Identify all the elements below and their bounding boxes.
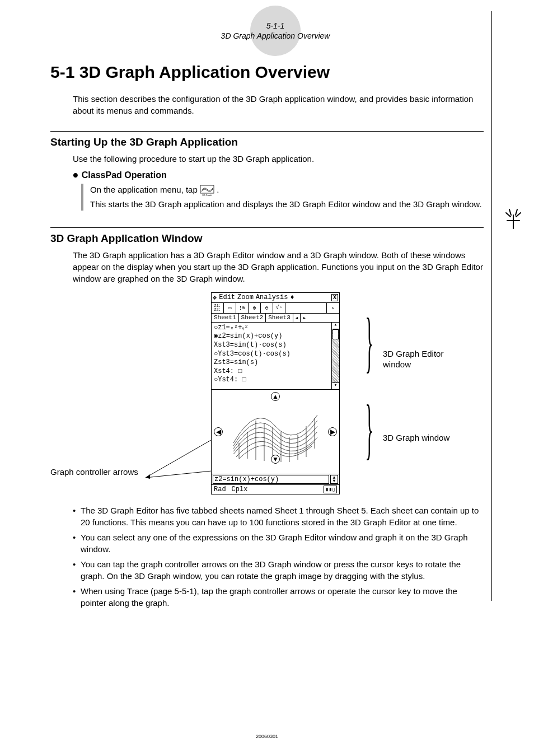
procedure-step2: This starts the 3D Graph application and… (90, 198, 484, 211)
svg-line-8 (516, 209, 517, 215)
controller-arrows-label: Graph controller arrows (50, 466, 138, 478)
close-icon[interactable]: X (331, 294, 338, 301)
brace-editor: } (366, 304, 373, 381)
tab-scroll-right-icon[interactable]: ▸ (301, 314, 308, 322)
section-marker-icon (504, 207, 523, 232)
editor-scrollbar[interactable]: ▴ ▾ (331, 323, 339, 389)
formula-stepper[interactable]: ▲▼ (330, 475, 338, 484)
toolbar-window-icon[interactable]: ▭ (224, 303, 236, 313)
toolbar-graph-icon[interactable]: ⫶≋ (236, 303, 249, 313)
battery-icon: ▮▮▯ (324, 486, 337, 493)
menu-analysis[interactable]: Analysis (256, 293, 288, 301)
status-cplx: Cplx (232, 486, 248, 493)
section2-lead: The 3D Graph application has a 3D Graph … (73, 249, 484, 284)
page-header: 5-1-1 3D Graph Application Overview (50, 11, 500, 40)
section2-heading: 3D Graph Application Window (50, 232, 500, 245)
menu-zoom[interactable]: Zoom (237, 293, 254, 301)
menu-edit[interactable]: Edit (219, 293, 235, 301)
scroll-up-icon[interactable]: ▴ (332, 323, 339, 329)
svg-marker-4 (146, 474, 150, 479)
svg-line-10 (516, 213, 521, 217)
section1-lead: Use the following procedure to start up … (73, 153, 484, 165)
graph-controller-right-icon[interactable]: ▶ (328, 427, 337, 436)
scroll-down-icon[interactable]: ▾ (332, 382, 339, 389)
graph-controller-left-icon[interactable]: ◀ (214, 427, 223, 436)
tab-sheet3[interactable]: Sheet3 (266, 314, 293, 322)
tab-scroll-left-icon[interactable]: ◂ (293, 314, 301, 322)
editor-line: Xst4: □ (214, 367, 338, 376)
scroll-thumb[interactable] (332, 329, 339, 339)
notes-list: The 3D Graph Editor has five tabbed shee… (73, 505, 484, 609)
header-page-number: 5-1-1 (50, 11, 500, 30)
classpad-operation-heading: ClassPad Operation (73, 170, 500, 180)
figure-area: Graph controller arrows ❖ Edit Zoom Anal… (50, 292, 500, 494)
procedure-step1: On the application menu, tap 3D Graph . (90, 184, 484, 196)
note-item: When using Trace (page 5-5-1), tap the g… (73, 585, 484, 609)
editor-line: ◉z2=sin(x)+cos(y) (214, 332, 338, 341)
section-divider (50, 131, 484, 132)
toolbar-zoomin-icon[interactable]: ⊕ (249, 303, 261, 313)
page-title: 5-1 3D Graph Application Overview (50, 63, 500, 82)
editor-line: Xst3=sin(t)·cos(s) (214, 341, 338, 350)
header-subtitle: 3D Graph Application Overview (50, 31, 500, 40)
toolbar-zoomout-icon[interactable]: ⊖ (261, 303, 273, 313)
graph-window[interactable]: ▲ ▼ ◀ ▶ (212, 390, 339, 474)
status-rad: Rad (214, 486, 226, 493)
formula-bar: z2=sin(x)+cos(y) ▲▼ (212, 474, 339, 485)
sheet-tabs: Sheet1 Sheet2 Sheet3 ◂ ▸ (212, 314, 339, 323)
note-item: You can select any one of the expression… (73, 531, 484, 555)
section1-heading: Starting Up the 3D Graph Application (50, 136, 500, 148)
editor-line: ○Yst4: □ (214, 376, 338, 385)
status-bar: Rad Cplx ▮▮▯ (212, 485, 339, 494)
editor-window-label: 3D Graph Editor window (383, 348, 467, 370)
graph-controller-down-icon[interactable]: ▼ (271, 455, 280, 464)
3d-graph-app-icon: 3D Graph (200, 185, 214, 196)
svg-line-7 (509, 209, 511, 215)
graph-editor-window[interactable]: ○z1=ₓ²+ᵧ² ◉z2=sin(x)+cos(y) Xst3=sin(t)·… (212, 323, 339, 390)
toolbar-more-icon[interactable]: ▹ (327, 303, 339, 313)
editor-line: Zst3=sin(s) (214, 358, 338, 367)
tab-sheet2[interactable]: Sheet2 (239, 314, 266, 322)
svg-text:3D Graph: 3D Graph (202, 194, 212, 197)
graph-window-label: 3D Graph window (383, 432, 467, 444)
note-item: You can tap the graph controller arrows … (73, 558, 484, 582)
footer-date: 20060301 (0, 734, 534, 739)
procedure-block: On the application menu, tap 3D Graph . … (81, 184, 484, 211)
editor-line: ○Yst3=cos(t)·cos(s) (214, 350, 338, 359)
svg-line-9 (506, 213, 510, 217)
toolbar-spacer (285, 303, 327, 313)
brace-graph: } (366, 390, 373, 468)
note-item: The 3D Graph Editor has five tabbed shee… (73, 505, 484, 528)
tab-sheet1[interactable]: Sheet1 (212, 314, 239, 322)
formula-display: z2=sin(x)+cos(y) (213, 475, 329, 484)
classpad-screenshot: ❖ Edit Zoom Analysis ♦ X Z1:Z2: ▭ ⫶≋ ⊕ ⊖… (211, 292, 340, 494)
menubar: ❖ Edit Zoom Analysis ♦ X (212, 293, 339, 303)
step1-text-post: . (217, 185, 219, 194)
toolbar-sqrt-icon[interactable]: √▫ (273, 303, 285, 313)
menu-diamond[interactable]: ♦ (290, 293, 294, 301)
editor-line: ○z1=ₓ²+ᵧ² (214, 324, 338, 333)
graph-controller-up-icon[interactable]: ▲ (271, 392, 280, 401)
step1-text-pre: On the application menu, tap (90, 185, 200, 194)
section-divider-2 (50, 227, 484, 228)
toolbar: Z1:Z2: ▭ ⫶≋ ⊕ ⊖ √▫ ▹ (212, 303, 339, 314)
toolbar-zfunc-icon[interactable]: Z1:Z2: (212, 303, 224, 313)
leader-lines-left (146, 416, 218, 483)
intro-paragraph: This section describes the configuration… (73, 93, 484, 116)
app-menu-icon[interactable]: ❖ (213, 293, 217, 302)
